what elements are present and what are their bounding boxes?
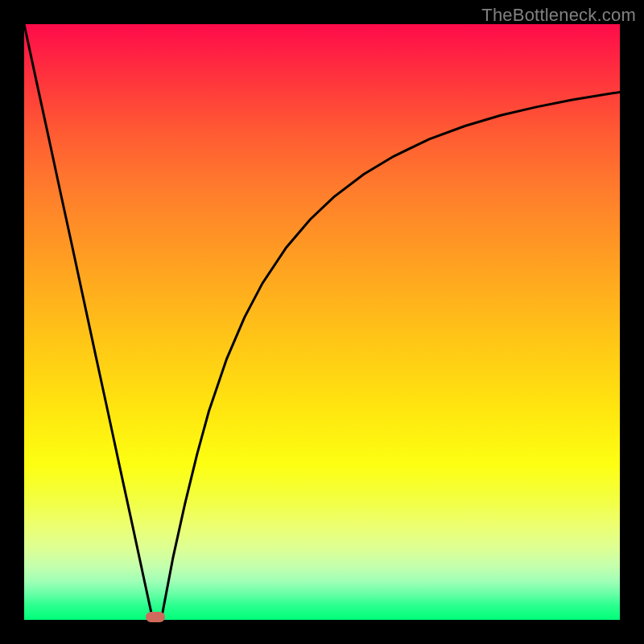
optimal-marker: [146, 612, 165, 622]
bottleneck-curve: [24, 24, 620, 620]
watermark-label: TheBottleneck.com: [481, 5, 636, 26]
chart-frame: TheBottleneck.com: [0, 0, 644, 644]
plot-area: [24, 24, 620, 620]
curve-right-branch: [161, 92, 620, 620]
curve-left-branch: [24, 24, 153, 620]
